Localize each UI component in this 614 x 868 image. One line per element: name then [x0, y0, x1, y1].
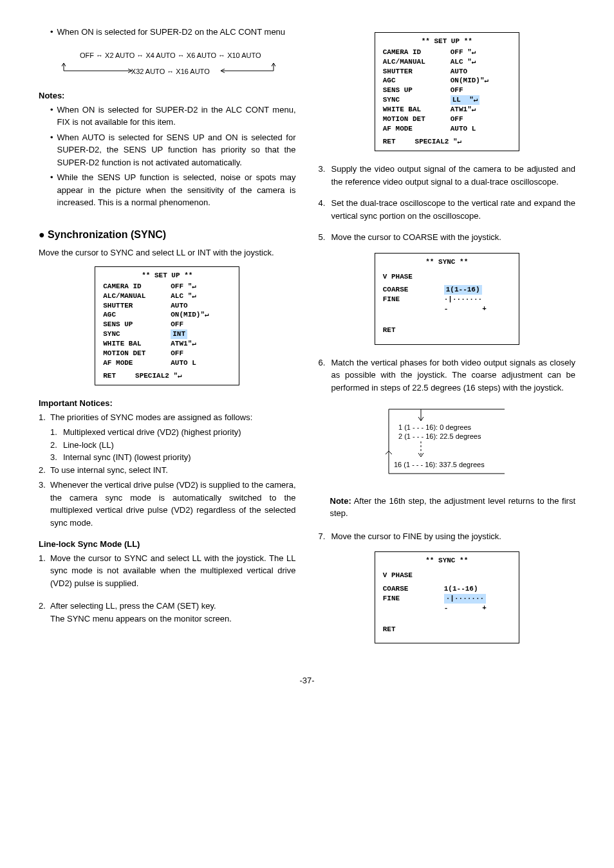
svg-text:16 (1 - - - 16): 337.5 degrees: 16 (1 - - - 16): 337.5 degrees: [394, 461, 485, 468]
notes-header: Notes:: [39, 89, 296, 102]
menu-title: ** SET UP **: [383, 37, 511, 46]
step-6: 6.Match the vertical phases for both vid…: [319, 356, 576, 394]
bullet-text: When ON is selected for SUPER-D2 on the …: [57, 26, 296, 39]
note-item: •When ON is selected for SUPER-D2 in the…: [50, 104, 296, 129]
note-inline: Note: After the 16th step, the adjustmen…: [330, 495, 576, 520]
ll-mode-header: Line-lock Sync Mode (LL): [39, 538, 296, 551]
step-7: 7.Move the cursor to FINE by using the j…: [319, 530, 576, 543]
sync-intro: Move the cursor to SYNC and select LL or…: [39, 246, 296, 259]
bullet-item: • When ON is selected for SUPER-D2 on th…: [50, 26, 296, 39]
degree-diagram: 1 (1 - - - 16): 0 degrees 2 (1 - - - 16)…: [376, 403, 517, 483]
notice-item: 3.Whenever the vertical drive pulse (VD2…: [39, 479, 296, 529]
step-4: 4.Set the dual-trace oscilloscope to the…: [319, 197, 576, 222]
svg-text:2 (1 - - - 16): 22.5 degrees: 2 (1 - - - 16): 22.5 degrees: [398, 432, 481, 440]
ll-step: 2.After selecting LL, press the CAM (SET…: [39, 600, 296, 625]
notice-sub: 2.Line-lock (LL): [50, 439, 296, 452]
step-3: 3.Supply the video output signal of the …: [319, 163, 576, 188]
ll-step: 1.Move the cursor to SYNC and select LL …: [39, 552, 296, 590]
notice-item: 2.To use internal sync, select INT.: [39, 464, 296, 477]
flow-line-1: OFF ↔ X2 AUTO ↔ X4 AUTO ↔ X6 AUTO ↔ X10 …: [45, 50, 296, 61]
fine-highlight: ·|·······: [444, 594, 486, 604]
note-item: •When AUTO is selected for SENS UP and O…: [50, 131, 296, 169]
sens-up-flow-diagram: OFF ↔ X2 AUTO ↔ X4 AUTO ↔ X6 AUTO ↔ X10 …: [45, 50, 296, 77]
page-number: -37-: [39, 674, 575, 687]
notice-sub: 3.Internal sync (INT) (lowest priority): [50, 451, 296, 464]
step-5: 5.Move the cursor to COARSE with the joy…: [319, 231, 576, 244]
sync-value-highlight: LL "↵: [451, 95, 480, 105]
sync-heading: Synchronization (SYNC): [39, 227, 296, 243]
sync-menu-coarse: ** SYNC ** V PHASE COARSE1(1--16) FINE·|…: [375, 253, 519, 345]
sync-menu-fine: ** SYNC ** V PHASE COARSE1(1--16) FINE·|…: [375, 551, 519, 643]
important-notices-header: Important Notices:: [39, 397, 296, 410]
note-item: •While the SENS UP function is selected,…: [50, 171, 296, 209]
setup-menu-int: ** SET UP ** CAMERA IDOFF "↵ ALC/MANUALA…: [95, 266, 239, 385]
sync-value-highlight: INT: [171, 329, 187, 339]
bullet-dot: •: [50, 26, 53, 39]
svg-text:1 (1 - - - 16): 0 degrees: 1 (1 - - - 16): 0 degrees: [398, 423, 472, 431]
notice-item: 1.The priorities of SYNC modes are assig…: [39, 411, 296, 424]
notice-sub: 1.Multiplexed vertical drive (VD2) (high…: [50, 426, 296, 439]
coarse-highlight: 1(1--16): [444, 285, 482, 295]
menu-title: ** SET UP **: [103, 271, 231, 281]
setup-menu-ll: ** SET UP ** CAMERA IDOFF "↵ ALC/MANUALA…: [375, 32, 519, 151]
